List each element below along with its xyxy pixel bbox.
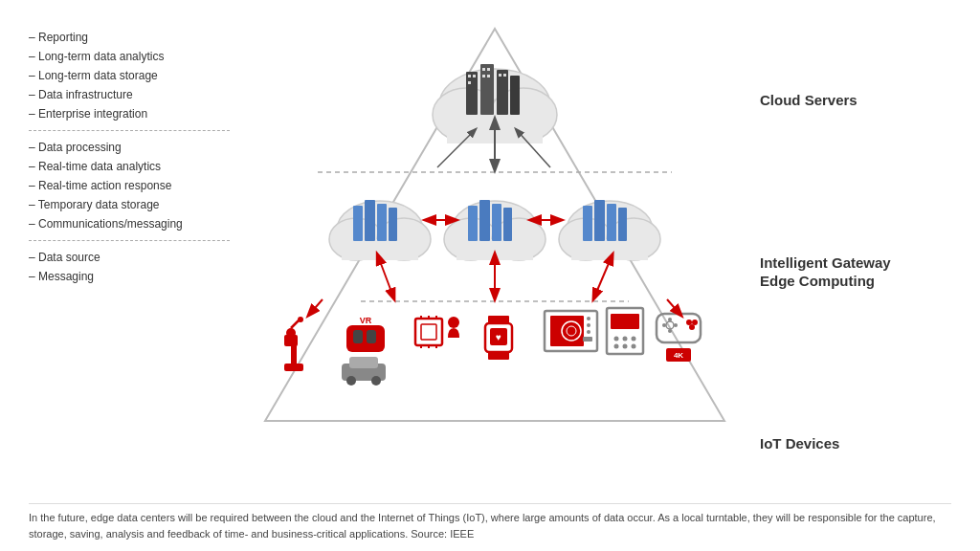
svg-rect-28	[389, 208, 397, 241]
svg-point-90	[614, 337, 619, 342]
label-temp-storage: – Temporary data storage	[29, 196, 230, 213]
svg-rect-35	[492, 204, 501, 241]
svg-rect-19	[503, 74, 506, 77]
svg-point-104	[689, 324, 695, 330]
svg-rect-7	[466, 72, 478, 115]
main-container: – Reporting – Long-term data analytics –…	[0, 0, 980, 551]
left-labels: – Reporting – Long-term data analytics –…	[29, 19, 230, 496]
svg-point-84	[587, 317, 590, 320]
label-group-2: – Data processing – Real-time data analy…	[29, 139, 230, 232]
svg-point-57	[298, 317, 303, 322]
svg-rect-42	[594, 200, 605, 241]
svg-rect-40	[571, 239, 648, 260]
label-reporting: – Reporting	[29, 29, 230, 46]
svg-rect-36	[503, 208, 512, 241]
svg-point-91	[623, 337, 628, 342]
label-enterprise: – Enterprise integration	[29, 105, 230, 122]
svg-rect-78	[488, 352, 509, 360]
label-infra: – Data infrastructure	[29, 86, 230, 103]
svg-rect-24	[342, 239, 418, 260]
svg-rect-58	[346, 325, 385, 352]
svg-line-56	[291, 320, 299, 328]
pyramid-area: VR	[230, 19, 760, 496]
svg-rect-8	[480, 64, 494, 115]
svg-point-100	[662, 323, 666, 327]
svg-line-107	[308, 299, 323, 316]
svg-point-85	[587, 323, 590, 327]
svg-point-94	[623, 344, 628, 349]
svg-rect-34	[479, 200, 490, 241]
svg-rect-87	[583, 337, 592, 342]
svg-point-98	[668, 318, 672, 321]
pyramid-svg: VR	[246, 19, 744, 450]
svg-point-83	[567, 326, 576, 336]
right-labels: Cloud Servers Intelligent GatewayEdge Co…	[760, 19, 951, 496]
svg-rect-43	[607, 204, 616, 241]
svg-point-74	[448, 317, 459, 328]
svg-rect-44	[618, 208, 627, 241]
svg-point-55	[286, 328, 296, 338]
label-analytics: – Long-term data analytics	[29, 48, 230, 65]
svg-point-102	[686, 320, 692, 325]
svg-point-65	[371, 376, 381, 386]
svg-text:4K: 4K	[674, 351, 683, 360]
footer-text: In the future, edge data centers will be…	[29, 503, 951, 541]
svg-point-64	[346, 376, 356, 386]
label-realtime-action: – Real-time action response	[29, 177, 230, 194]
svg-rect-12	[473, 75, 476, 77]
label-storage: – Long-term data storage	[29, 67, 230, 84]
svg-point-101	[674, 323, 678, 327]
right-label-cloud: Cloud Servers	[760, 92, 858, 108]
svg-rect-26	[365, 200, 375, 241]
svg-rect-41	[583, 206, 592, 241]
svg-point-93	[614, 344, 619, 349]
svg-point-86	[587, 330, 590, 334]
svg-rect-16	[482, 75, 485, 77]
right-label-iot: IoT Devices	[760, 435, 839, 452]
svg-point-103	[692, 320, 698, 325]
label-processing: – Data processing	[29, 139, 230, 156]
svg-rect-63	[349, 357, 378, 368]
svg-rect-14	[482, 68, 485, 71]
svg-text:VR: VR	[360, 316, 372, 325]
svg-rect-53	[291, 344, 297, 365]
svg-rect-10	[510, 76, 520, 115]
label-group-1: – Reporting – Long-term data analytics –…	[29, 29, 230, 122]
svg-rect-89	[611, 314, 639, 329]
svg-rect-32	[457, 239, 533, 260]
svg-point-99	[668, 329, 672, 333]
label-group-3: – Data source – Messaging	[29, 249, 230, 285]
svg-rect-13	[468, 81, 471, 84]
svg-rect-25	[353, 206, 363, 241]
content-area: – Reporting – Long-term data analytics –…	[29, 19, 951, 496]
svg-rect-60	[367, 330, 376, 343]
svg-rect-18	[499, 74, 501, 77]
svg-text:♥: ♥	[496, 332, 501, 342]
label-messaging: – Messaging	[29, 268, 230, 285]
svg-rect-15	[487, 68, 490, 71]
svg-rect-33	[468, 206, 478, 241]
label-comms: – Communications/messaging	[29, 215, 230, 232]
svg-rect-17	[487, 75, 490, 77]
svg-rect-11	[468, 75, 471, 77]
label-realtime-analytics: – Real-time data analytics	[29, 158, 230, 175]
right-label-gateway: Intelligent GatewayEdge Computing	[760, 254, 891, 290]
label-datasource: – Data source	[29, 249, 230, 266]
svg-rect-27	[377, 204, 387, 241]
svg-point-92	[632, 337, 636, 342]
svg-rect-9	[497, 70, 508, 115]
svg-rect-59	[353, 330, 363, 343]
svg-point-95	[632, 344, 636, 349]
